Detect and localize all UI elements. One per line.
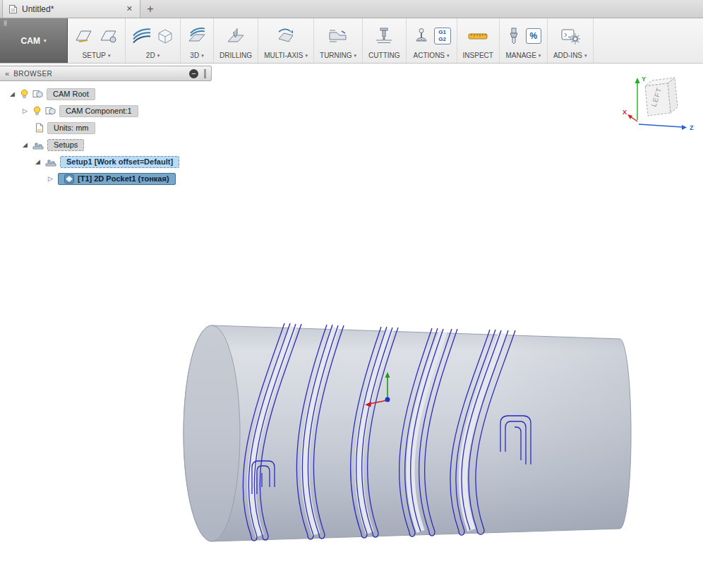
setup-folder-icon[interactable] (98, 27, 119, 45)
visibility-bulb-icon[interactable] (20, 89, 29, 99)
multi-axis-icon[interactable] (275, 27, 296, 45)
ribbon-group-2d: 2D ▾ (126, 18, 181, 63)
actions-menu[interactable]: ACTIONS ▾ (414, 50, 450, 61)
2d-menu[interactable]: 2D ▾ (146, 50, 160, 61)
component-icon (32, 89, 43, 99)
ribbon-group-add-ins: ADD-INS ▾ (548, 18, 594, 63)
chevron-down-icon: ▾ (584, 53, 587, 59)
hide-panel-icon[interactable]: − (189, 69, 198, 78)
expanded-triangle-icon[interactable]: ◢ (8, 90, 16, 97)
3d-menu[interactable]: 3D ▾ (190, 50, 203, 61)
ribbon-group-inspect: INSPECT (457, 18, 500, 63)
chevron-down-icon: ▾ (201, 53, 204, 59)
tree-item-2d-pocket1[interactable]: [T1] 2D Pocket1 (тонкая) (58, 173, 176, 185)
browser-panel-header[interactable]: « BROWSER − (0, 66, 212, 81)
chevron-down-icon: ▾ (306, 53, 308, 59)
simulate-icon[interactable] (412, 27, 431, 45)
ribbon-group-multi-axis: MULTI-AXIS ▾ (258, 18, 314, 63)
operation-icon (64, 174, 74, 184)
view-cube[interactable]: LEFT Y X Z (621, 71, 700, 136)
tree-row-cam-root: ◢ CAM Root (0, 85, 179, 102)
workspace-selector-button[interactable]: ⣿ CAM ▾ (0, 18, 68, 63)
tree-item-setup1[interactable]: Setup1 [Work offset=Default] (60, 156, 179, 168)
ribbon-group-cutting: CUTTING (363, 18, 406, 63)
fusion-cam-window: { "tab_bar": { "active_tab": { "title": … (0, 0, 703, 588)
ribbon-group-manage: % MANAGE ▾ (500, 18, 548, 63)
document-tab-bar: Untitled* ✕ + (0, 0, 703, 18)
3d-milling-icon[interactable] (186, 27, 208, 45)
cutting-button[interactable]: CUTTING (368, 50, 399, 61)
tree-row-setup1: ◢ Setup1 [Work offset=Default] (0, 153, 179, 170)
component-icon (45, 106, 56, 116)
tab-title: Untitled* (22, 4, 121, 14)
setup-icon (45, 157, 56, 167)
browser-tree: ◢ CAM Root ▷ CAM Component:1 Units: mm (0, 85, 179, 187)
tool-library-icon[interactable] (505, 27, 522, 45)
units-document-icon (35, 123, 44, 133)
grid-icon: ⣿ (4, 20, 8, 26)
tree-row-cam-component: ▷ CAM Component:1 (0, 102, 179, 119)
tree-item-cam-component[interactable]: CAM Component:1 (59, 105, 138, 117)
chevron-down-icon: ▾ (354, 53, 357, 59)
axis-y-label: Y (642, 76, 646, 83)
collapsed-triangle-icon[interactable]: ▷ (47, 175, 54, 182)
document-icon (8, 4, 18, 14)
stock-percent-icon[interactable]: % (526, 28, 541, 44)
tree-row-2d-pocket1: ▷ [T1] 2D Pocket1 (тонкая) (0, 170, 179, 187)
close-tab-icon[interactable]: ✕ (125, 4, 134, 13)
new-setup-icon[interactable] (73, 27, 95, 45)
axis-z-label: Z (690, 124, 694, 131)
post-process-icon[interactable]: G1 G2 (434, 28, 451, 44)
ribbon-group-3d: 3D ▾ (181, 18, 214, 63)
ribbon-group-turning: TURNING ▾ (314, 18, 363, 63)
tree-item-setups[interactable]: Setups (47, 139, 84, 151)
tree-row-units: Units: mm (0, 119, 179, 136)
chevron-down-icon: ▾ (447, 53, 450, 59)
panel-resize-grip[interactable] (204, 69, 206, 78)
chevron-down-icon: ▾ (44, 38, 47, 44)
browser-panel-title: BROWSER (13, 70, 184, 78)
turning-icon[interactable] (328, 27, 349, 45)
stock-cube-icon[interactable] (156, 27, 174, 45)
inspect-button[interactable]: INSPECT (463, 50, 493, 61)
ribbon-toolbar: ⣿ CAM ▾ SETUP ▾ (0, 18, 703, 64)
drilling-icon[interactable] (225, 27, 246, 45)
cylinder-left-cap[interactable] (184, 325, 240, 541)
chevron-down-icon: ▾ (108, 53, 111, 59)
visibility-bulb-icon[interactable] (32, 106, 42, 116)
setups-icon (32, 140, 44, 150)
2d-milling-icon[interactable] (131, 27, 152, 45)
chevron-down-icon: ▾ (539, 53, 541, 59)
drilling-button[interactable]: DRILLING (220, 50, 252, 61)
tree-row-setups: ◢ Setups (0, 136, 179, 153)
ribbon-group-actions: G1 G2 ACTIONS ▾ (407, 18, 457, 63)
collapsed-triangle-icon[interactable]: ▷ (21, 107, 29, 114)
turning-menu[interactable]: TURNING ▾ (320, 50, 356, 61)
expanded-triangle-icon[interactable]: ◢ (34, 158, 42, 165)
scripts-addins-icon[interactable] (560, 27, 580, 45)
workspace-label: CAM (21, 36, 40, 46)
add-ins-menu[interactable]: ADD-INS ▾ (553, 50, 587, 61)
multi-axis-menu[interactable]: MULTI-AXIS ▾ (264, 50, 308, 61)
axis-x-label: X (623, 109, 627, 116)
ribbon-group-drilling: DRILLING (214, 18, 258, 63)
chevron-down-icon: ▾ (157, 53, 160, 59)
measure-ruler-icon[interactable] (467, 28, 488, 44)
cutting-icon[interactable] (374, 27, 394, 45)
collapse-panel-icon[interactable]: « (5, 69, 8, 78)
new-tab-button[interactable]: + (140, 0, 160, 18)
manage-menu[interactable]: MANAGE ▾ (505, 50, 541, 61)
tree-item-cam-root[interactable]: CAM Root (47, 88, 95, 100)
tree-item-units[interactable]: Units: mm (47, 122, 95, 134)
expanded-triangle-icon[interactable]: ◢ (21, 141, 29, 148)
document-tab[interactable]: Untitled* ✕ (2, 0, 140, 18)
ribbon-group-setup: SETUP ▾ (68, 18, 126, 63)
setup-menu[interactable]: SETUP ▾ (83, 50, 111, 61)
